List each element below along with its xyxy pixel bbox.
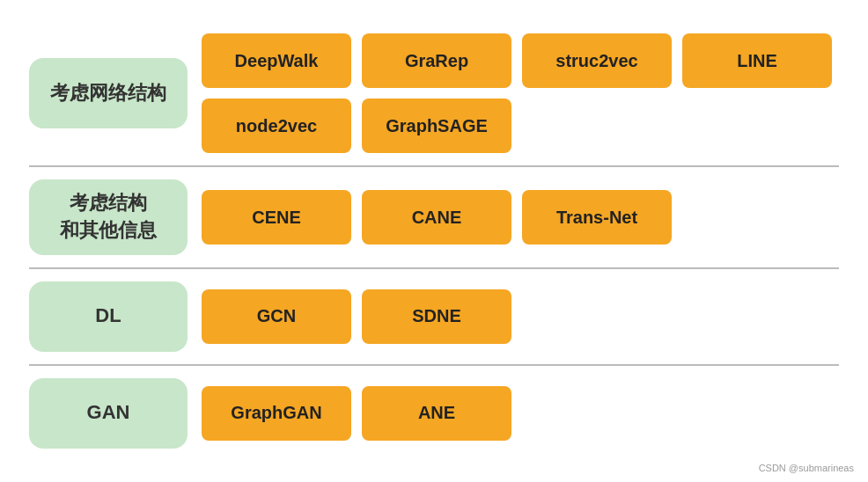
main-container: 考虑网络结构DeepWalkGraRepstruc2vecLINEnode2ve…	[11, 16, 857, 466]
row-divider	[29, 364, 839, 366]
item-box-0-1: GraRep	[362, 33, 511, 88]
item-text-1-1: CANE	[412, 208, 462, 228]
item-text-0-2: struc2vec	[555, 51, 637, 71]
item-text-3-0: GraphGAN	[231, 403, 321, 423]
item-box-1-0: CENE	[202, 190, 351, 245]
item-box-3-1: ANE	[362, 386, 511, 441]
items-group-0: DeepWalkGraRepstruc2vecLINEnode2vecGraph…	[202, 33, 839, 153]
label-cell-2: DL	[29, 281, 188, 352]
items-group-2: GCNSDNE	[202, 289, 839, 344]
item-text-1-0: CENE	[252, 208, 301, 228]
item-box-1-1: CANE	[362, 190, 511, 245]
row-gan: GANGraphGANANE	[29, 378, 839, 449]
row-divider	[29, 165, 839, 167]
label-cell-3: GAN	[29, 378, 188, 449]
item-box-0-2: struc2vec	[522, 33, 672, 88]
item-text-2-0: GCN	[257, 306, 296, 326]
item-text-1-2: Trans-Net	[556, 208, 637, 228]
item-box-1-2: Trans-Net	[522, 190, 672, 245]
item-box-2-0: GCN	[202, 289, 351, 344]
item-box-0-0: DeepWalk	[202, 33, 351, 88]
item-text-0-5: GraphSAGE	[386, 116, 488, 136]
item-text-0-3: LINE	[737, 51, 777, 71]
label-text-2: DL	[95, 303, 121, 330]
label-cell-1: 考虑结构和其他信息	[29, 179, 188, 255]
row-dl: DLGCNSDNE	[29, 281, 839, 352]
items-group-3: GraphGANANE	[202, 386, 839, 441]
row-divider	[29, 267, 839, 269]
item-box-3-0: GraphGAN	[202, 386, 351, 441]
watermark: CSDN @submarineas	[759, 463, 854, 473]
item-box-0-3: LINE	[682, 33, 832, 88]
items-group-1: CENECANETrans-Net	[202, 190, 839, 245]
label-text-1: 考虑结构和其他信息	[60, 190, 157, 245]
item-box-0-5: GraphSAGE	[362, 99, 511, 153]
item-text-0-0: DeepWalk	[235, 51, 319, 71]
label-text-0: 考虑网络结构	[50, 80, 166, 107]
row-network-structure: 考虑网络结构DeepWalkGraRepstruc2vecLINEnode2ve…	[29, 33, 839, 153]
label-cell-0: 考虑网络结构	[29, 58, 188, 128]
item-text-3-1: ANE	[418, 403, 455, 423]
item-text-0-4: node2vec	[236, 116, 317, 136]
item-box-0-4: node2vec	[202, 99, 351, 153]
row-structure-other: 考虑结构和其他信息CENECANETrans-Net	[29, 179, 839, 255]
item-text-0-1: GraRep	[405, 51, 468, 71]
item-box-2-1: SDNE	[362, 289, 511, 344]
label-text-3: GAN	[87, 399, 130, 427]
item-text-2-1: SDNE	[412, 306, 461, 326]
